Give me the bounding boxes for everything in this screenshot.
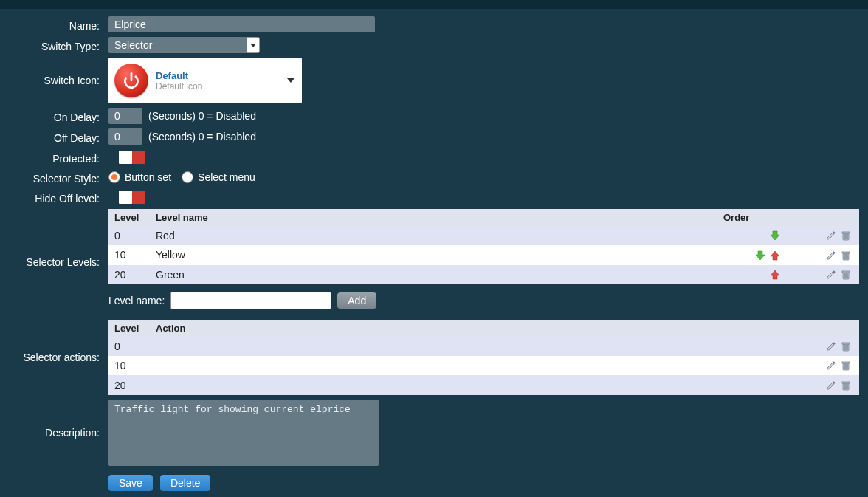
order-cell <box>717 265 788 284</box>
th-level-name: Level name <box>150 209 717 226</box>
description-textarea[interactable] <box>108 400 379 466</box>
add-level-button[interactable]: Add <box>337 292 376 309</box>
th-actions <box>788 209 859 226</box>
level-cell: 10 <box>108 245 150 264</box>
edit-icon[interactable] <box>824 379 838 392</box>
th-order: Order <box>717 209 788 226</box>
svg-marker-16 <box>771 270 779 279</box>
row-actions-cell <box>788 245 859 264</box>
table-row: 0 <box>108 337 859 356</box>
switch-type-label: Switch Type: <box>0 37 108 52</box>
level-cell: 0 <box>108 226 150 245</box>
selector-actions-table: Level Action 01020 <box>108 320 859 395</box>
arrow-up-icon[interactable] <box>768 268 782 281</box>
save-button[interactable]: Save <box>108 475 153 491</box>
table-row: 0Red <box>108 226 859 245</box>
on-delay-label: On Delay: <box>0 108 108 123</box>
row-actions-cell <box>788 226 859 245</box>
top-bar <box>0 0 868 9</box>
switch-icon-label: Switch Icon: <box>0 75 108 86</box>
table-row: 10 <box>108 356 859 375</box>
name-input[interactable] <box>108 16 375 32</box>
order-cell <box>717 245 788 264</box>
device-edit-form: Name: Switch Type: Switch Icon: <box>0 9 868 491</box>
off-delay-input[interactable] <box>108 128 142 145</box>
svg-marker-9 <box>756 251 765 260</box>
trash-icon[interactable] <box>839 359 852 372</box>
svg-rect-12 <box>842 252 850 253</box>
trash-icon[interactable] <box>839 379 852 392</box>
selector-actions-label: Selector actions: <box>0 352 108 363</box>
level-name-input[interactable] <box>170 292 331 309</box>
th-action-actions <box>788 320 859 337</box>
svg-marker-0 <box>250 44 256 47</box>
switch-icon-picker[interactable]: Default Default icon <box>108 58 302 103</box>
trash-icon[interactable] <box>839 268 852 281</box>
row-actions-cell <box>788 337 859 356</box>
power-icon <box>114 64 148 97</box>
level-name-cell: Red <box>150 226 717 245</box>
svg-marker-10 <box>771 251 779 260</box>
protected-label: Protected: <box>0 149 108 165</box>
trash-icon[interactable] <box>839 229 852 242</box>
name-label: Name: <box>0 16 108 32</box>
action-cell <box>150 356 788 375</box>
selector-levels-label: Selector Levels: <box>0 256 108 268</box>
edit-icon[interactable] <box>824 359 838 372</box>
radio-select-menu[interactable] <box>182 171 193 183</box>
trash-icon[interactable] <box>839 340 852 353</box>
delete-button[interactable]: Delete <box>160 475 210 491</box>
table-row: 20Green <box>108 265 859 284</box>
action-cell <box>150 337 788 356</box>
action-cell <box>150 375 788 394</box>
selector-levels-table: Level Level name Order 0Red10Yellow20Gre… <box>108 209 859 284</box>
level-name-cell: Green <box>150 265 717 284</box>
off-delay-hint: (Seconds) 0 = Disabled <box>148 131 256 143</box>
arrow-down-icon[interactable] <box>768 229 782 242</box>
edit-icon[interactable] <box>824 340 838 353</box>
svg-rect-5 <box>842 232 850 233</box>
level-name-add-label: Level name: <box>108 295 165 306</box>
th-level: Level <box>108 209 150 226</box>
row-actions-cell <box>788 265 859 284</box>
th-action: Action <box>150 320 788 337</box>
arrow-down-icon[interactable] <box>754 249 767 262</box>
on-delay-hint: (Seconds) 0 = Disabled <box>148 110 256 122</box>
radio-button-set[interactable] <box>108 171 120 183</box>
description-label: Description: <box>0 427 108 439</box>
icon-title: Default <box>156 70 202 81</box>
table-row: 20 <box>108 375 859 394</box>
row-actions-cell <box>788 356 859 375</box>
off-delay-label: Off Delay: <box>0 128 108 144</box>
switch-type-select[interactable] <box>108 37 247 53</box>
arrow-up-icon[interactable] <box>768 249 782 262</box>
selector-style-label: Selector Style: <box>0 169 108 185</box>
row-actions-cell <box>788 375 859 394</box>
svg-marker-3 <box>771 231 779 240</box>
hide-off-level-label: Hide Off level: <box>0 189 108 205</box>
svg-rect-28 <box>842 362 850 363</box>
action-level-cell: 10 <box>108 356 150 375</box>
action-level-cell: 0 <box>108 337 150 356</box>
radio-button-set-label: Button set <box>125 171 171 183</box>
edit-icon[interactable] <box>824 268 838 281</box>
edit-icon[interactable] <box>824 249 838 262</box>
svg-rect-23 <box>842 343 850 344</box>
order-cell <box>717 226 788 245</box>
radio-select-menu-label: Select menu <box>198 171 255 183</box>
icon-subtitle: Default icon <box>156 81 202 92</box>
on-delay-input[interactable] <box>108 108 142 124</box>
edit-icon[interactable] <box>824 229 838 242</box>
switch-type-dropdown-button[interactable] <box>247 37 260 53</box>
svg-rect-18 <box>842 271 850 273</box>
protected-toggle[interactable] <box>119 151 145 164</box>
level-name-cell: Yellow <box>150 245 717 264</box>
svg-rect-33 <box>842 382 850 383</box>
th-action-level: Level <box>108 320 150 337</box>
hide-off-level-toggle[interactable] <box>119 191 145 204</box>
level-cell: 20 <box>108 265 150 284</box>
chevron-down-icon[interactable] <box>287 78 294 83</box>
table-row: 10Yellow <box>108 245 859 264</box>
action-level-cell: 20 <box>108 375 150 394</box>
trash-icon[interactable] <box>839 249 852 262</box>
